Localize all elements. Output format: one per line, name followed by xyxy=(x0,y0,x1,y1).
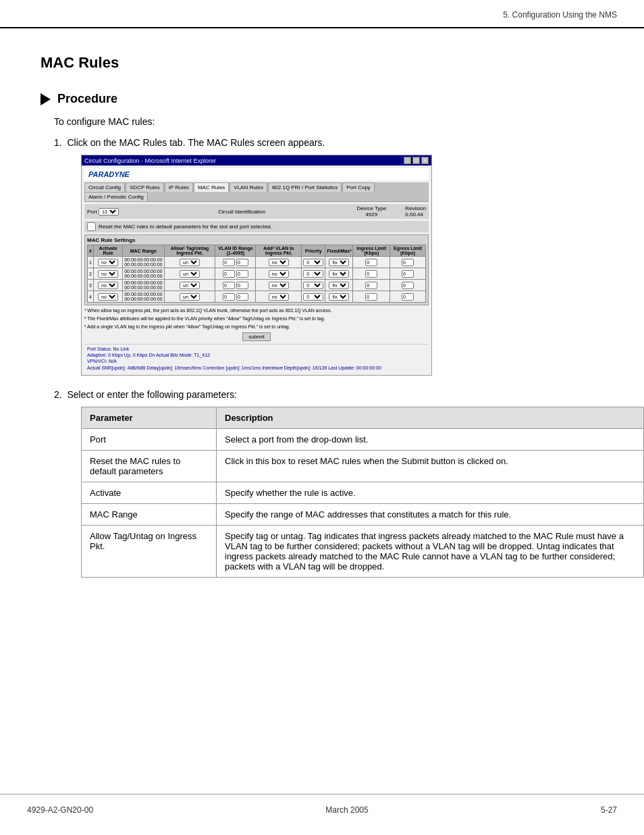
row1-priority-select[interactable]: 0 xyxy=(303,259,323,266)
reset-text: Reset the MAC rules to default parameter… xyxy=(99,224,272,230)
step-1: 1. Click on the MAC Rules tab. The MAC R… xyxy=(54,137,617,376)
row2-egress[interactable] xyxy=(402,270,414,278)
submit-row: submit xyxy=(84,332,429,341)
footnote3: ³ Add a single VLAN tag to the Ingress p… xyxy=(84,324,429,330)
row2-fixed-select[interactable]: fixed xyxy=(329,270,349,278)
params-table: Parameter Description Port Select a port… xyxy=(81,407,644,578)
param-activate: Activate xyxy=(82,482,217,503)
desc-activate: Specify whether the rule is active. xyxy=(217,482,644,503)
row3-allow-select[interactable]: untag xyxy=(180,282,200,289)
status-line3: VPN/VCI: N/A xyxy=(87,358,426,364)
device-type-label: Device Type xyxy=(351,205,392,211)
col-egress: Egress Limit (Kbps) xyxy=(390,245,426,257)
revision-value: 0.00.44 xyxy=(405,211,426,218)
param-row: MAC Range Specify the range of MAC addre… xyxy=(82,503,644,525)
intro-text: To configure MAC rules: xyxy=(54,116,617,127)
param-port: Port xyxy=(82,428,217,450)
tab-802-pri[interactable]: 802.1Q PRI / Port Statistics xyxy=(268,182,342,192)
col-num: # xyxy=(88,245,94,257)
row2-vlan1[interactable] xyxy=(223,270,235,278)
row1-egress[interactable] xyxy=(402,259,414,266)
tab-port-copy[interactable]: Port Copy xyxy=(342,182,375,192)
port-circuit-row: Port 13 Circuit Identification Device Ty… xyxy=(84,204,429,219)
row1-activate: no xyxy=(93,257,122,268)
procedure-icon xyxy=(41,93,51,105)
row1-activate-select[interactable]: no xyxy=(98,259,118,266)
section-title: MAC Rules xyxy=(41,54,617,72)
reset-checkbox[interactable] xyxy=(87,222,96,231)
row1-add-select[interactable]: no xyxy=(269,259,289,266)
reset-row: Reset the MAC rules to default parameter… xyxy=(84,221,429,232)
tab-sdcp-rules[interactable]: SDCP Rules xyxy=(126,182,164,192)
close-btn[interactable]: × xyxy=(421,157,429,164)
col-activate: Activate Rule xyxy=(93,245,122,257)
row4-priority-select[interactable]: 0 xyxy=(303,293,323,301)
row3-fixed-select[interactable]: fixed xyxy=(329,282,349,289)
submit-button[interactable]: submit xyxy=(242,332,271,341)
row4-allow-select[interactable]: untag xyxy=(180,293,200,301)
step-2: 2. Select or enter the following paramet… xyxy=(54,389,617,578)
row2-activate-select[interactable]: no xyxy=(98,270,118,278)
port-label: Port xyxy=(87,209,99,215)
footer: 4929-A2-GN20-00 March 2005 5-27 xyxy=(27,805,617,815)
row1-ingress[interactable] xyxy=(365,259,377,266)
row3-vlan1[interactable] xyxy=(223,282,235,289)
row4-vlan1[interactable] xyxy=(223,293,235,301)
tab-mac-rules[interactable]: MAC Rules xyxy=(194,182,229,192)
row1-mac: 00:00:00:00:00:00 00:00:00:00:00:00 xyxy=(123,257,164,268)
row4-egress[interactable] xyxy=(402,293,414,301)
status-line1: Port Status: No Link xyxy=(87,346,426,352)
status-line2: Adaptive: 0 Kbps Up, 0 Kbps Dn Actual Bi… xyxy=(87,352,426,358)
footer-center: March 2005 xyxy=(325,805,368,815)
page-header: 5. Configuration Using the NMS xyxy=(503,10,617,20)
row2-vlan2[interactable] xyxy=(236,270,248,278)
param-row: Port Select a port from the drop-down li… xyxy=(82,428,644,450)
row1-allow-select[interactable]: untag xyxy=(180,259,200,266)
row3-ingress[interactable] xyxy=(365,282,377,289)
table-row: 2 no 00:00:00:00:00:00 00:00:00:00:00:00… xyxy=(88,268,426,280)
row4-vlan2[interactable] xyxy=(236,293,248,301)
desc-mac-range: Specify the range of MAC addresses that … xyxy=(217,503,644,525)
param-row: Reset the MAC rules to default parameter… xyxy=(82,450,644,482)
row3-activate-select[interactable]: no xyxy=(98,282,118,289)
status-line4: Actual SNR[updn]: 4dB/6dB Delay[updn]: 1… xyxy=(87,365,426,371)
row2-priority-select[interactable]: 0 xyxy=(303,270,323,278)
col-mac: MAC Range xyxy=(123,245,164,257)
desc-port: Select a port from the drop-down list. xyxy=(217,428,644,450)
tab-alarm[interactable]: Alarm / Periodic Config xyxy=(84,192,148,201)
table-row: 1 no 00:00:00:00:00:00 00:00:00:00:00:00… xyxy=(88,257,426,268)
row1-vlan2[interactable] xyxy=(236,259,248,266)
win-buttons: _ □ × xyxy=(404,157,429,164)
row4-num: 4 xyxy=(88,291,94,303)
row1-fixed-select[interactable]: fixed xyxy=(329,259,349,266)
row2-add-select[interactable]: no xyxy=(269,270,289,278)
tab-circuit-config[interactable]: Circuit Config xyxy=(84,182,125,192)
screenshot-inner: PARADYNE Circuit Config SDCP Rules IP Ru… xyxy=(82,166,431,375)
row4-fixed-select[interactable]: fixed xyxy=(329,293,349,301)
status-bar: Port Status: No Link Adaptive: 0 Kbps Up… xyxy=(84,344,429,372)
maximize-btn[interactable]: □ xyxy=(412,157,420,164)
port-select[interactable]: 13 xyxy=(99,208,119,216)
row4-ingress[interactable] xyxy=(365,293,377,301)
row4-add-select[interactable]: no xyxy=(269,293,289,301)
row1-num: 1 xyxy=(88,257,94,268)
param-row: Activate Specify whether the rule is act… xyxy=(82,482,644,503)
tab-vlan-rules[interactable]: VLAN Rules xyxy=(230,182,267,192)
desc-reset: Click in this box to reset MAC rules whe… xyxy=(217,450,644,482)
minimize-btn[interactable]: _ xyxy=(404,157,411,164)
device-type-value: 4929 xyxy=(351,211,392,218)
mac-settings-box: MAC Rule Settings # Activate Rule MAC Ra… xyxy=(84,234,429,305)
col-ingress: Ingress Limit (Kbps) xyxy=(353,245,390,257)
row3-add-select[interactable]: no xyxy=(269,282,289,289)
param-reset: Reset the MAC rules to default parameter… xyxy=(82,450,217,482)
row2-allow-select[interactable]: untag xyxy=(180,270,200,278)
row3-vlan2[interactable] xyxy=(236,282,248,289)
row1-vlan1[interactable] xyxy=(223,259,235,266)
row3-egress[interactable] xyxy=(402,282,414,289)
titlebar: Circuit Configuration - Microsoft Intern… xyxy=(82,155,431,166)
row4-activate-select[interactable]: no xyxy=(98,293,118,301)
row2-ingress[interactable] xyxy=(365,270,377,278)
tab-ip-rules[interactable]: IP Rules xyxy=(165,182,193,192)
col-priority: Priority xyxy=(302,245,325,257)
row3-priority-select[interactable]: 0 xyxy=(303,282,323,289)
